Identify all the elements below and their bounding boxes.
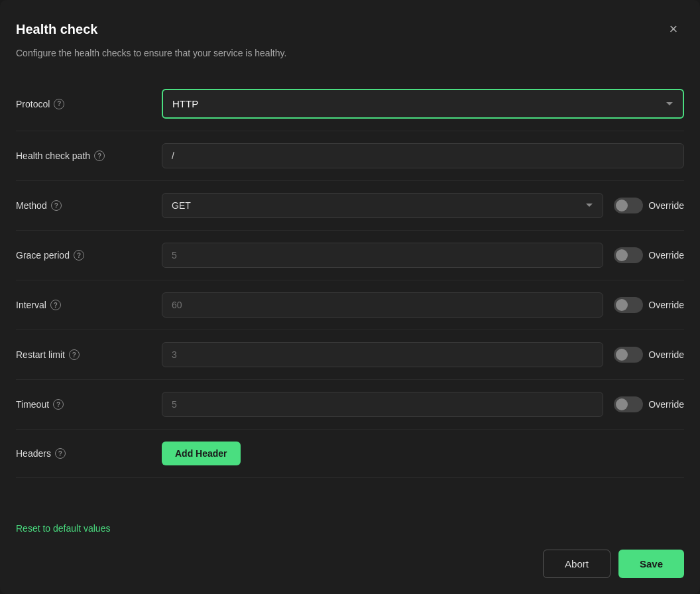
restart-limit-override-toggle[interactable]	[614, 347, 643, 363]
grace-period-override-toggle[interactable]	[614, 247, 643, 263]
interval-help-icon[interactable]: ?	[50, 300, 61, 310]
interval-override-label: Override	[648, 300, 684, 310]
protocol-control: HTTP HTTPS TCP	[162, 89, 684, 119]
health-check-path-input[interactable]	[162, 143, 684, 168]
headers-help-icon[interactable]: ?	[55, 448, 66, 459]
protocol-row: Protocol ? HTTP HTTPS TCP	[16, 77, 684, 131]
method-select[interactable]: GET POST PUT DELETE	[162, 193, 603, 218]
timeout-help-icon[interactable]: ?	[53, 399, 64, 410]
grace-period-row: Grace period ? Override	[16, 231, 684, 280]
timeout-override-label: Override	[648, 399, 684, 410]
add-header-button[interactable]: Add Header	[162, 442, 241, 465]
modal-title: Health check	[16, 22, 97, 37]
reset-link[interactable]: Reset to default values	[16, 523, 684, 534]
interval-control: Override	[162, 292, 684, 318]
method-override-label: Override	[648, 200, 684, 211]
timeout-override-toggle[interactable]	[614, 396, 643, 412]
timeout-control: Override	[162, 392, 684, 417]
method-override-group: Override	[614, 198, 684, 213]
method-row: Method ? GET POST PUT DELETE	[16, 181, 684, 231]
restart-limit-override-group: Override	[614, 347, 684, 363]
headers-row: Headers ? Add Header	[16, 430, 684, 478]
modal-description: Configure the health checks to ensure th…	[16, 48, 684, 58]
health-check-path-label: Health check path ?	[16, 150, 162, 161]
restart-limit-control: Override	[162, 342, 684, 367]
method-label: Method ?	[16, 200, 162, 211]
health-check-path-row: Health check path ?	[16, 131, 684, 181]
protocol-select[interactable]: HTTP HTTPS TCP	[162, 89, 684, 119]
abort-button[interactable]: Abort	[543, 550, 611, 578]
interval-row: Interval ? Override	[16, 280, 684, 330]
restart-limit-input[interactable]	[162, 342, 603, 367]
headers-control: Add Header	[162, 442, 684, 465]
timeout-label: Timeout ?	[16, 399, 162, 410]
timeout-row: Timeout ? Override	[16, 380, 684, 430]
grace-period-field-with-override: Override	[162, 243, 684, 268]
form-body: Protocol ? HTTP HTTPS TCP Health check p…	[16, 77, 684, 510]
method-control: GET POST PUT DELETE Override	[162, 193, 684, 218]
timeout-input[interactable]	[162, 392, 603, 417]
timeout-field-with-override: Override	[162, 392, 684, 417]
restart-limit-label: Restart limit ?	[16, 349, 162, 360]
grace-period-override-label: Override	[648, 250, 684, 261]
modal-footer: Abort Save	[16, 534, 684, 578]
interval-override-group: Override	[614, 297, 684, 313]
grace-period-input[interactable]	[162, 243, 603, 268]
modal-container: Health check × Configure the health chec…	[0, 0, 700, 594]
modal-header: Health check ×	[16, 19, 684, 40]
grace-period-override-group: Override	[614, 247, 684, 263]
grace-period-help-icon[interactable]: ?	[74, 250, 84, 261]
timeout-override-group: Override	[614, 396, 684, 412]
restart-limit-row: Restart limit ? Override	[16, 330, 684, 380]
health-check-path-help-icon[interactable]: ?	[94, 150, 105, 161]
health-check-path-control	[162, 143, 684, 168]
method-help-icon[interactable]: ?	[51, 200, 62, 211]
method-override-toggle[interactable]	[614, 198, 643, 213]
interval-override-toggle[interactable]	[614, 297, 643, 313]
method-field-with-override: GET POST PUT DELETE Override	[162, 193, 684, 218]
close-button[interactable]: ×	[663, 19, 684, 40]
interval-label: Interval ?	[16, 300, 162, 310]
protocol-help-icon[interactable]: ?	[54, 99, 64, 109]
restart-limit-field-with-override: Override	[162, 342, 684, 367]
interval-field-with-override: Override	[162, 292, 684, 318]
protocol-label: Protocol ?	[16, 99, 162, 109]
restart-limit-override-label: Override	[648, 349, 684, 360]
restart-limit-help-icon[interactable]: ?	[69, 349, 80, 360]
grace-period-label: Grace period ?	[16, 250, 162, 261]
grace-period-control: Override	[162, 243, 684, 268]
save-button[interactable]: Save	[618, 550, 684, 578]
interval-input[interactable]	[162, 292, 603, 318]
headers-label: Headers ?	[16, 448, 162, 459]
